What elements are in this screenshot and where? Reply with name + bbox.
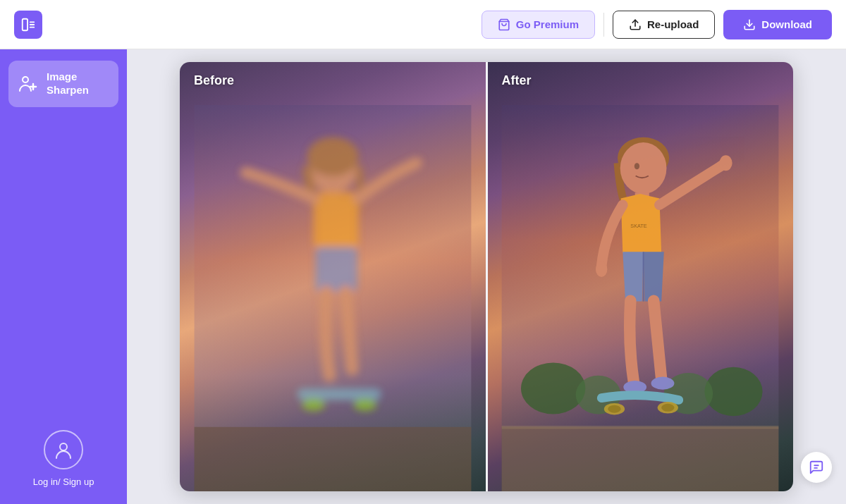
svg-rect-19 [194, 427, 471, 491]
sidebar-item-image-sharpen[interactable]: ImageSharpen [8, 61, 118, 107]
sidebar-bottom: Log in/ Sign up [33, 430, 94, 487]
svg-rect-40 [502, 426, 779, 429]
sidebar: ImageSharpen Log in/ Sign up [0, 49, 127, 504]
header-left [14, 11, 42, 39]
svg-point-36 [608, 405, 621, 413]
feedback-icon [809, 460, 824, 475]
image-comparison: Before [180, 62, 793, 491]
download-label: Download [761, 18, 812, 30]
user-icon [54, 440, 73, 460]
sidebar-toggle-button[interactable] [14, 11, 42, 39]
svg-point-13 [307, 137, 358, 176]
go-premium-label: Go Premium [516, 18, 579, 30]
svg-point-30 [720, 155, 732, 171]
svg-rect-0 [23, 18, 27, 30]
image-sharpen-icon [18, 74, 38, 94]
header-divider [603, 13, 604, 37]
reupload-label: Re-upload [647, 18, 699, 30]
go-premium-button[interactable]: Go Premium [482, 11, 595, 39]
before-panel: Before [180, 62, 486, 491]
svg-point-21 [521, 362, 585, 414]
panel-divider [486, 62, 488, 491]
after-label: After [502, 73, 532, 88]
feedback-button[interactable] [801, 452, 832, 483]
download-button[interactable]: Download [723, 10, 832, 39]
svg-text:SKATE: SKATE [631, 222, 648, 228]
svg-point-18 [353, 398, 376, 411]
download-icon [743, 18, 756, 31]
main-layout: ImageSharpen Log in/ Sign up Before [0, 49, 846, 504]
svg-point-27 [634, 163, 639, 169]
header-right: Go Premium Re-upload Download [482, 10, 832, 39]
before-label: Before [194, 73, 234, 88]
reupload-button[interactable]: Re-upload [613, 11, 715, 39]
svg-rect-16 [298, 388, 381, 400]
image-sharpen-icon-box [17, 73, 39, 95]
svg-point-29 [596, 262, 607, 277]
svg-rect-14 [313, 192, 358, 250]
after-person-illustration: SKATE [488, 105, 794, 491]
svg-point-7 [23, 77, 28, 82]
svg-point-17 [302, 398, 325, 411]
svg-rect-39 [502, 427, 779, 491]
before-person-illustration [180, 105, 486, 491]
avatar-button[interactable] [44, 430, 83, 469]
svg-point-33 [651, 376, 675, 389]
content-area: Before [127, 49, 846, 504]
svg-point-10 [60, 443, 67, 450]
svg-point-37 [661, 404, 674, 412]
svg-point-22 [705, 367, 763, 416]
header: Go Premium Re-upload Download [0, 0, 846, 49]
svg-rect-15 [315, 247, 357, 292]
sidebar-toggle-icon [20, 17, 36, 32]
sidebar-item-label: ImageSharpen [47, 70, 89, 97]
after-panel: After [488, 62, 794, 491]
cart-icon [498, 18, 510, 31]
upload-icon [629, 18, 642, 31]
login-label[interactable]: Log in/ Sign up [33, 477, 94, 487]
svg-point-26 [620, 142, 667, 194]
